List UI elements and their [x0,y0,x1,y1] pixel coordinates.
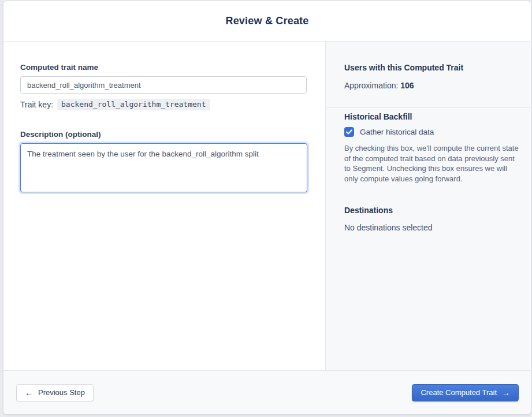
check-icon [346,129,352,135]
trait-key-label: Trait key: [20,100,53,109]
backfill-description: By checking this box, we'll compute the … [344,143,520,184]
backfill-checkbox-label: Gather historical data [360,128,434,136]
review-create-dialog: Review & Create Computed trait name Trai… [3,1,531,414]
dialog-body: Computed trait name Trait key: backend_r… [3,42,531,370]
create-computed-trait-button[interactable]: Create Computed Trait → [412,384,519,401]
trait-key-chip: backend_roll_algorithm_treatment [57,99,210,110]
trait-name-label: Computed trait name [20,63,310,72]
description-textarea[interactable]: The treatment seen by the user for the b… [20,143,307,192]
backfill-heading: Historical Backfill [344,112,520,121]
trait-summary-panel: Users with this Computed Trait Approxima… [325,42,531,370]
page-title: Review & Create [225,15,308,27]
trait-key-row: Trait key: backend_roll_algorithm_treatm… [20,99,310,110]
destinations-heading: Destinations [344,206,520,215]
backfill-checkbox-row: Gather historical data [344,127,520,137]
destinations-empty-text: No destinations selected [344,223,520,232]
previous-step-button[interactable]: ← Previous Step [16,384,94,401]
previous-step-label: Previous Step [38,388,85,397]
dialog-header: Review & Create [3,1,531,42]
gather-historical-data-checkbox[interactable] [344,127,354,137]
arrow-left-icon: ← [25,389,33,397]
description-block: Description (optional) The treatment see… [20,130,310,195]
approximation-value: 106 [400,81,414,90]
approximation-row: Approximation: 106 [344,81,520,90]
section-divider [326,107,531,108]
trait-name-input[interactable] [20,76,307,94]
users-heading: Users with this Computed Trait [344,63,520,72]
approximation-label: Approximation: [344,81,398,90]
description-label: Description (optional) [20,130,310,139]
dialog-footer: ← Previous Step Create Computed Trait → [3,370,531,414]
arrow-right-icon: → [502,389,510,397]
create-label: Create Computed Trait [421,388,497,397]
trait-form-panel: Computed trait name Trait key: backend_r… [3,42,325,370]
